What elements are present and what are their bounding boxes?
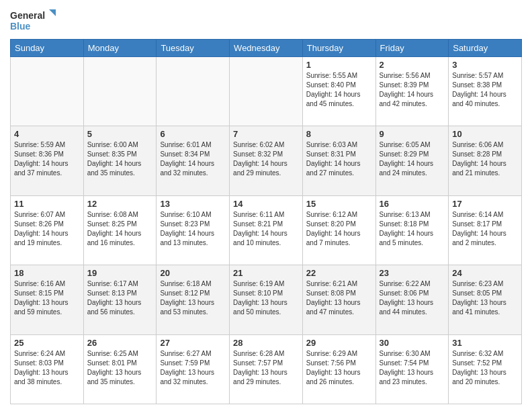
header-thursday: Thursday [302,40,375,57]
day-cell: 5Sunrise: 6:00 AM Sunset: 8:35 PM Daylig… [83,126,157,195]
day-number: 6 [160,129,226,139]
day-number: 23 [380,268,445,278]
day-number: 2 [380,60,445,70]
day-info: Sunrise: 6:14 AM Sunset: 8:17 PM Dayligh… [452,210,518,248]
svg-text:Blue: Blue [10,21,31,32]
day-info: Sunrise: 6:18 AM Sunset: 8:12 PM Dayligh… [160,279,226,317]
day-info: Sunrise: 6:21 AM Sunset: 8:08 PM Dayligh… [306,279,372,317]
day-number: 30 [380,338,445,348]
day-cell: 18Sunrise: 6:16 AM Sunset: 8:15 PM Dayli… [11,265,84,334]
day-number: 13 [160,199,226,209]
day-cell: 21Sunrise: 6:19 AM Sunset: 8:10 PM Dayli… [230,265,303,334]
day-info: Sunrise: 5:59 AM Sunset: 8:36 PM Dayligh… [14,140,80,178]
day-info: Sunrise: 6:11 AM Sunset: 8:21 PM Dayligh… [233,210,299,248]
day-number: 12 [87,199,153,209]
svg-text:General: General [10,10,45,21]
week-row-3: 11Sunrise: 6:07 AM Sunset: 8:26 PM Dayli… [11,195,522,265]
day-cell: 28Sunrise: 6:28 AM Sunset: 7:57 PM Dayli… [230,334,303,404]
day-number: 9 [380,129,445,139]
day-cell: 17Sunrise: 6:14 AM Sunset: 8:17 PM Dayli… [449,195,522,265]
week-row-4: 18Sunrise: 6:16 AM Sunset: 8:15 PM Dayli… [11,265,522,334]
header-saturday: Saturday [449,40,522,57]
day-info: Sunrise: 6:28 AM Sunset: 7:57 PM Dayligh… [233,349,299,387]
day-info: Sunrise: 6:25 AM Sunset: 8:01 PM Dayligh… [87,349,153,387]
day-cell: 29Sunrise: 6:29 AM Sunset: 7:56 PM Dayli… [302,334,375,404]
day-cell: 13Sunrise: 6:10 AM Sunset: 8:23 PM Dayli… [157,195,230,265]
day-number: 24 [452,268,518,278]
day-cell: 24Sunrise: 6:23 AM Sunset: 8:05 PM Dayli… [449,265,522,334]
day-info: Sunrise: 5:56 AM Sunset: 8:39 PM Dayligh… [380,71,445,109]
day-cell: 30Sunrise: 6:30 AM Sunset: 7:54 PM Dayli… [375,334,449,404]
day-cell [157,57,230,126]
day-cell: 31Sunrise: 6:32 AM Sunset: 7:52 PM Dayli… [449,334,522,404]
day-cell: 22Sunrise: 6:21 AM Sunset: 8:08 PM Dayli… [302,265,375,334]
header-tuesday: Tuesday [157,40,230,57]
day-cell: 27Sunrise: 6:27 AM Sunset: 7:59 PM Dayli… [157,334,230,404]
day-cell: 2Sunrise: 5:56 AM Sunset: 8:39 PM Daylig… [375,57,449,126]
header-wednesday: Wednesday [230,40,303,57]
day-info: Sunrise: 5:57 AM Sunset: 8:38 PM Dayligh… [452,71,518,109]
day-info: Sunrise: 6:07 AM Sunset: 8:26 PM Dayligh… [14,210,80,248]
header: General Blue [10,7,522,34]
day-cell: 8Sunrise: 6:03 AM Sunset: 8:31 PM Daylig… [302,126,375,195]
week-row-5: 25Sunrise: 6:24 AM Sunset: 8:03 PM Dayli… [11,334,522,404]
day-cell: 6Sunrise: 6:01 AM Sunset: 8:34 PM Daylig… [157,126,230,195]
day-number: 3 [452,60,518,70]
header-monday: Monday [83,40,157,57]
day-info: Sunrise: 6:22 AM Sunset: 8:06 PM Dayligh… [380,279,445,317]
day-info: Sunrise: 6:17 AM Sunset: 8:13 PM Dayligh… [87,279,153,317]
day-cell: 1Sunrise: 5:55 AM Sunset: 8:40 PM Daylig… [302,57,375,126]
day-info: Sunrise: 6:12 AM Sunset: 8:20 PM Dayligh… [306,210,372,248]
day-info: Sunrise: 6:13 AM Sunset: 8:18 PM Dayligh… [380,210,445,248]
day-number: 28 [233,338,299,348]
day-info: Sunrise: 6:24 AM Sunset: 8:03 PM Dayligh… [14,349,80,387]
day-number: 31 [452,338,518,348]
week-row-1: 1Sunrise: 5:55 AM Sunset: 8:40 PM Daylig… [11,57,522,126]
page: General Blue SundayMondayTuesdayWednesda… [0,0,532,411]
logo-svg: General Blue [10,7,57,34]
day-number: 11 [14,199,80,209]
day-cell: 19Sunrise: 6:17 AM Sunset: 8:13 PM Dayli… [83,265,157,334]
day-info: Sunrise: 6:32 AM Sunset: 7:52 PM Dayligh… [452,349,518,387]
day-cell: 14Sunrise: 6:11 AM Sunset: 8:21 PM Dayli… [230,195,303,265]
svg-marker-2 [49,9,56,16]
day-info: Sunrise: 6:23 AM Sunset: 8:05 PM Dayligh… [452,279,518,317]
day-number: 26 [87,338,153,348]
day-info: Sunrise: 5:55 AM Sunset: 8:40 PM Dayligh… [306,71,372,109]
day-number: 19 [87,268,153,278]
logo: General Blue [10,7,57,34]
day-number: 25 [14,338,80,348]
day-info: Sunrise: 6:01 AM Sunset: 8:34 PM Dayligh… [160,140,226,178]
header-friday: Friday [375,40,449,57]
day-number: 1 [306,60,372,70]
day-cell: 20Sunrise: 6:18 AM Sunset: 8:12 PM Dayli… [157,265,230,334]
header-sunday: Sunday [11,40,84,57]
day-number: 18 [14,268,80,278]
day-number: 17 [452,199,518,209]
day-cell: 16Sunrise: 6:13 AM Sunset: 8:18 PM Dayli… [375,195,449,265]
day-info: Sunrise: 6:19 AM Sunset: 8:10 PM Dayligh… [233,279,299,317]
calendar-table: SundayMondayTuesdayWednesdayThursdayFrid… [10,39,522,404]
day-number: 21 [233,268,299,278]
day-cell [83,57,157,126]
day-number: 7 [233,129,299,139]
day-cell [230,57,303,126]
day-cell: 9Sunrise: 6:05 AM Sunset: 8:29 PM Daylig… [375,126,449,195]
day-info: Sunrise: 6:10 AM Sunset: 8:23 PM Dayligh… [160,210,226,248]
day-info: Sunrise: 6:30 AM Sunset: 7:54 PM Dayligh… [380,349,445,387]
week-row-2: 4Sunrise: 5:59 AM Sunset: 8:36 PM Daylig… [11,126,522,195]
day-number: 22 [306,268,372,278]
day-cell: 12Sunrise: 6:08 AM Sunset: 8:25 PM Dayli… [83,195,157,265]
day-number: 5 [87,129,153,139]
day-cell: 23Sunrise: 6:22 AM Sunset: 8:06 PM Dayli… [375,265,449,334]
day-info: Sunrise: 6:00 AM Sunset: 8:35 PM Dayligh… [87,140,153,178]
day-cell: 11Sunrise: 6:07 AM Sunset: 8:26 PM Dayli… [11,195,84,265]
day-info: Sunrise: 6:03 AM Sunset: 8:31 PM Dayligh… [306,140,372,178]
day-info: Sunrise: 6:16 AM Sunset: 8:15 PM Dayligh… [14,279,80,317]
day-cell: 26Sunrise: 6:25 AM Sunset: 8:01 PM Dayli… [83,334,157,404]
day-number: 27 [160,338,226,348]
day-cell: 25Sunrise: 6:24 AM Sunset: 8:03 PM Dayli… [11,334,84,404]
day-cell: 10Sunrise: 6:06 AM Sunset: 8:28 PM Dayli… [449,126,522,195]
day-number: 29 [306,338,372,348]
day-cell: 4Sunrise: 5:59 AM Sunset: 8:36 PM Daylig… [11,126,84,195]
